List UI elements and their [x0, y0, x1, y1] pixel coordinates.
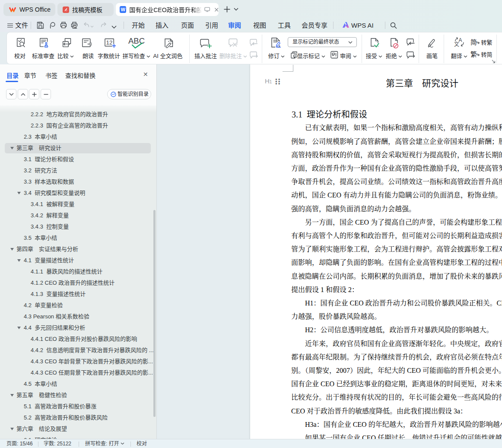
svg-text:A: A: [459, 37, 462, 43]
svg-text:12: 12: [106, 39, 112, 46]
svg-text:ABC: ABC: [128, 37, 145, 45]
